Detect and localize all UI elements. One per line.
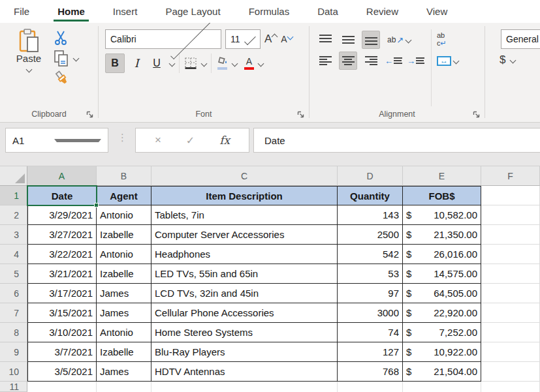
cell-E7[interactable]: $22,920.00 xyxy=(403,303,481,323)
select-all-corner[interactable] xyxy=(0,166,27,186)
font-dialog-launcher-icon[interactable] xyxy=(297,111,304,118)
column-header-C[interactable]: C xyxy=(151,166,338,186)
cell-D8[interactable]: 74 xyxy=(338,323,403,342)
italic-button[interactable]: I xyxy=(127,53,146,73)
cell-C5[interactable]: LED TVs, 55in and 65in xyxy=(151,264,338,284)
cancel-icon[interactable]: × xyxy=(155,134,161,147)
increase-font-size-button[interactable]: A xyxy=(264,33,277,46)
column-header-E[interactable]: E xyxy=(403,166,481,186)
cell-D1[interactable]: Quantity xyxy=(338,186,403,205)
cell-D5[interactable]: 53 xyxy=(338,264,403,284)
cell-A1[interactable]: Date xyxy=(27,186,97,205)
column-header-B[interactable]: B xyxy=(97,166,151,186)
font-size-select[interactable]: 11 xyxy=(225,29,261,49)
align-right-button[interactable] xyxy=(362,52,380,70)
row-header-5[interactable]: 5 xyxy=(0,264,27,284)
tab-file[interactable]: File xyxy=(14,0,29,23)
cell-E6[interactable]: $64,505.00 xyxy=(403,284,481,303)
borders-button[interactable] xyxy=(184,57,197,70)
cell-B4[interactable]: Antonio xyxy=(97,245,151,264)
cell-C6[interactable]: LCD TVs, 32in and 45in xyxy=(151,284,338,303)
cell-F11[interactable] xyxy=(481,382,540,392)
underline-chevron-icon[interactable] xyxy=(169,60,176,67)
cell-C3[interactable]: Computer Server Accessories xyxy=(151,225,338,245)
row-header-11[interactable]: 11 xyxy=(0,382,27,392)
cell-B3[interactable]: Izabelle xyxy=(97,225,151,245)
merge-center-button[interactable]: ↔ xyxy=(437,56,458,66)
bottom-align-button[interactable] xyxy=(362,31,380,49)
row-header-6[interactable]: 6 xyxy=(0,284,27,303)
cell-E4[interactable]: $26,016.00 xyxy=(403,245,481,264)
cell-F5[interactable] xyxy=(481,264,540,284)
cell-C11[interactable] xyxy=(151,382,338,392)
cell-F2[interactable] xyxy=(481,205,540,225)
cell-F10[interactable] xyxy=(481,362,540,382)
cell-F7[interactable] xyxy=(481,303,540,323)
cell-B9[interactable]: Izabelle xyxy=(97,342,151,362)
row-header-10[interactable]: 10 xyxy=(0,362,27,382)
cell-A4[interactable]: 3/22/2021 xyxy=(27,245,97,264)
cell-C1[interactable]: Item Description xyxy=(151,186,338,205)
cell-E3[interactable]: $21,350.00 xyxy=(403,225,481,245)
cell-E8[interactable]: $7,252.00 xyxy=(403,323,481,342)
insert-function-icon[interactable]: fx xyxy=(219,134,230,147)
tab-data[interactable]: Data xyxy=(317,0,338,23)
font-name-select[interactable]: Calibri xyxy=(105,29,221,49)
enter-icon[interactable]: ✓ xyxy=(186,134,195,147)
cell-E9[interactable]: $10,922.00 xyxy=(403,342,481,362)
column-header-F[interactable]: F xyxy=(481,166,540,186)
row-header-9[interactable]: 9 xyxy=(0,342,27,362)
cell-C4[interactable]: Headphones xyxy=(151,245,338,264)
cell-C8[interactable]: Home Stereo Systems xyxy=(151,323,338,342)
cell-C9[interactable]: Blu-Ray Players xyxy=(151,342,338,362)
align-left-button[interactable] xyxy=(316,52,334,70)
formula-input[interactable]: Date xyxy=(253,128,540,153)
cell-D2[interactable]: 143 xyxy=(338,205,403,225)
formula-bar-divider[interactable]: ⋮ xyxy=(118,132,127,143)
cell-D10[interactable]: 768 xyxy=(338,362,403,382)
column-header-D[interactable]: D xyxy=(338,166,403,186)
tab-page-layout[interactable]: Page Layout xyxy=(165,0,220,23)
wrap-text-button[interactable]: ab c↵ xyxy=(437,32,447,47)
cell-D3[interactable]: 2500 xyxy=(338,225,403,245)
row-header-8[interactable]: 8 xyxy=(0,323,27,342)
cell-E11[interactable] xyxy=(403,382,481,392)
paste-button[interactable]: Paste xyxy=(10,28,48,106)
center-button[interactable] xyxy=(339,52,357,70)
font-color-button[interactable]: A xyxy=(244,57,254,70)
cell-E2[interactable]: $10,582.00 xyxy=(403,205,481,225)
format-painter-button[interactable] xyxy=(54,70,78,86)
cut-button[interactable] xyxy=(54,30,78,46)
cell-A2[interactable]: 3/29/2021 xyxy=(27,205,97,225)
fill-handle[interactable] xyxy=(94,203,99,207)
cell-B1[interactable]: Agent xyxy=(97,186,151,205)
cell-B10[interactable]: James xyxy=(97,362,151,382)
cell-B2[interactable]: Antonio xyxy=(97,205,151,225)
cell-E10[interactable]: $21,504.00 xyxy=(403,362,481,382)
cell-D7[interactable]: 3000 xyxy=(338,303,403,323)
cell-F6[interactable] xyxy=(481,284,540,303)
cell-C10[interactable]: HDTV Antennas xyxy=(151,362,338,382)
cell-A9[interactable]: 3/7/2021 xyxy=(27,342,97,362)
cell-C7[interactable]: Cellular Phone Accessories xyxy=(151,303,338,323)
tab-home[interactable]: Home xyxy=(57,0,85,23)
middle-align-button[interactable] xyxy=(339,31,357,49)
copy-dropdown-chevron-icon[interactable] xyxy=(73,55,80,61)
font-color-chevron-icon[interactable] xyxy=(258,60,264,67)
cell-F8[interactable] xyxy=(481,323,540,342)
cell-D9[interactable]: 127 xyxy=(338,342,403,362)
row-header-7[interactable]: 7 xyxy=(0,303,27,323)
cell-F1[interactable] xyxy=(481,186,540,205)
cell-B11[interactable] xyxy=(97,382,151,392)
row-header-3[interactable]: 3 xyxy=(0,225,27,245)
alignment-dialog-launcher-icon[interactable] xyxy=(473,111,480,118)
number-format-select[interactable]: General xyxy=(501,29,540,49)
cell-F4[interactable] xyxy=(481,245,540,264)
cell-E5[interactable]: $14,575.00 xyxy=(403,264,481,284)
top-align-button[interactable] xyxy=(316,31,334,49)
cell-A6[interactable]: 3/17/2021 xyxy=(27,284,97,303)
row-header-1[interactable]: 1 xyxy=(0,186,27,205)
tab-review[interactable]: Review xyxy=(366,0,398,23)
cell-D6[interactable]: 97 xyxy=(338,284,403,303)
cell-E1[interactable]: FOB$ xyxy=(403,186,481,205)
